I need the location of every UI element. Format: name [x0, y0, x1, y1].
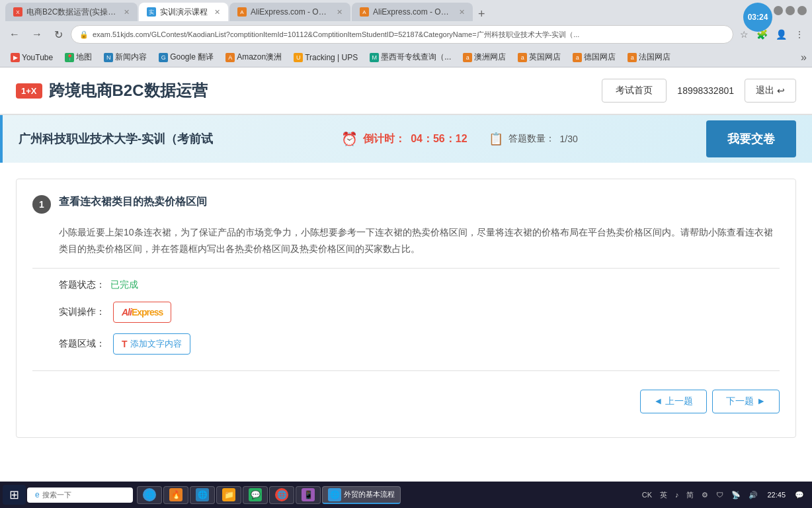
taskbar-item-app[interactable]: 📱 — [296, 486, 321, 504]
bookmark-map[interactable]: 📍 地图 — [60, 50, 97, 65]
bookmark-mexico[interactable]: M 墨西哥专线查询（... — [364, 50, 456, 65]
back-button[interactable]: ← — [5, 26, 24, 43]
taskbar-edge-icon: 🌐 — [196, 488, 209, 501]
sys-ck: CK — [639, 489, 655, 500]
count-label: 答题数量： — [508, 133, 555, 145]
logo-badge: 1+X — [16, 83, 42, 99]
profile-button[interactable]: 👤 — [773, 28, 790, 41]
browser-content: 1+X 跨境电商B2C数据运营 考试首页 18998332801 退出 ↩ 广州… — [0, 67, 812, 508]
notification-btn[interactable]: 💬 — [792, 489, 807, 501]
sys-volume: 🔊 — [746, 489, 760, 501]
minimize-button[interactable] — [774, 6, 783, 15]
tab-1-close[interactable]: ✕ — [124, 8, 130, 17]
bookmark-de[interactable]: a 德国网店 — [567, 50, 621, 65]
action-label: 实训操作： — [59, 306, 105, 318]
ups-icon: U — [294, 53, 303, 62]
status-value: 已完成 — [110, 279, 138, 291]
bookmark-translate[interactable]: G Google 翻译 — [153, 50, 219, 65]
taskbar-active-item[interactable]: 🌐 外贸的基本流程 — [322, 486, 401, 504]
bookmark-news[interactable]: N 新闻内容 — [99, 50, 152, 65]
taskbar-item-wechat[interactable]: 💬 — [243, 486, 268, 504]
bookmark-youtube[interactable]: ▶ YouTube — [5, 51, 58, 64]
tab-2-close[interactable]: ✕ — [214, 8, 220, 17]
submit-button[interactable]: 我要交卷 — [706, 120, 796, 157]
lock-icon: 🔒 — [79, 30, 89, 39]
title-bar: X 电商B2C数据运营(实操)考点 ... ✕ 实 实训演示课程 ✕ A Ali… — [0, 0, 812, 21]
taskbar-search[interactable]: e 搜索一下 — [27, 487, 133, 503]
home-button[interactable]: 考试首页 — [602, 79, 667, 103]
sys-input: 简 — [684, 489, 696, 501]
reload-button[interactable]: ↻ — [50, 26, 67, 44]
sys-antivirus: 🛡 — [713, 489, 726, 500]
sys-settings[interactable]: ⚙ — [699, 489, 711, 501]
bookmark-ups-label: Tracking | UPS — [305, 53, 358, 62]
exam-title: 广州科技职业技术大学-实训（考前试 — [19, 131, 213, 147]
start-button[interactable]: ⊞ — [3, 485, 26, 505]
exam-count: 📋 答题数量： 1/30 — [489, 132, 578, 146]
bookmarks-more-button[interactable]: » — [801, 52, 807, 64]
bookmark-fr[interactable]: a 法国网店 — [622, 50, 676, 65]
question-title: 查看连衣裙类目的热卖价格区间 — [59, 195, 207, 209]
bookmark-translate-label: Google 翻译 — [170, 52, 214, 63]
timer-value: 04：56：12 — [411, 132, 467, 146]
tab-3[interactable]: A AliExpress.com - Online Shop... ✕ — [229, 3, 350, 21]
tab-3-close[interactable]: ✕ — [337, 8, 343, 17]
address-input-container[interactable]: 🔒 exam.51kjds.com/GLContest/KaodianList?… — [71, 25, 733, 44]
question-status: 答题状态： 已完成 — [32, 279, 780, 291]
bookmark-ups[interactable]: U Tracking | UPS — [288, 51, 363, 64]
taskbar-item-files[interactable]: 📁 — [216, 486, 241, 504]
tab-2-favicon: 实 — [147, 7, 156, 17]
taskbar-search-text: 搜索一下 — [42, 490, 71, 500]
clock-time: 22:45 — [767, 491, 786, 499]
bookmark-au-label: 澳洲网店 — [474, 52, 506, 63]
sys-network: 📡 — [729, 489, 743, 501]
tab-group: X 电商B2C数据运营(实操)考点 ... ✕ 实 实训演示课程 ✕ A Ali… — [5, 0, 771, 21]
next-question-button[interactable]: 下一题 ► — [712, 390, 780, 413]
answer-label: 答题区域： — [59, 338, 105, 350]
amazon-icon: A — [225, 53, 235, 62]
tab-1[interactable]: X 电商B2C数据运营(实操)考点 ... ✕ — [5, 3, 138, 21]
taskbar-item-browser[interactable]: 🌐 — [137, 486, 162, 504]
address-actions: ☆ 🧩 👤 ⋮ — [737, 28, 807, 41]
add-text-button[interactable]: T 添加文字内容 — [113, 333, 190, 355]
divider-2 — [32, 370, 780, 371]
bookmark-star-button[interactable]: ☆ — [737, 28, 751, 41]
bookmark-news-label: 新闻内容 — [115, 52, 147, 63]
aliexpress-button[interactable]: AliExpress — [113, 302, 171, 323]
maximize-button[interactable] — [786, 6, 795, 15]
question-header: 1 查看连衣裙类目的热卖价格区间 — [32, 195, 780, 214]
fr-icon: a — [628, 53, 637, 62]
user-id: 18998332801 — [677, 85, 734, 96]
tab-3-favicon: A — [237, 7, 247, 17]
tab-4-favicon: A — [360, 7, 369, 17]
close-button[interactable] — [797, 6, 807, 15]
timer-icon: ⏰ — [341, 131, 358, 147]
menu-button[interactable]: ⋮ — [792, 28, 807, 41]
window-controls — [774, 6, 807, 15]
news-icon: N — [104, 53, 113, 62]
bookmark-mexico-label: 墨西哥专线查询（... — [381, 52, 451, 63]
taskbar-item-chrome[interactable]: 🌐 — [269, 486, 294, 504]
taskbar-item-firefox[interactable]: 🔥 — [163, 486, 188, 504]
translate-icon: G — [159, 53, 168, 62]
question-area: 1 查看连衣裙类目的热卖价格区间 小陈最近要上架10条连衣裙，为了保证产品的市场… — [0, 163, 812, 454]
taskbar-item-edge[interactable]: 🌐 — [190, 486, 215, 504]
bookmark-amazon[interactable]: A Amazon澳洲 — [220, 50, 287, 65]
bookmark-uk[interactable]: a 英国网店 — [512, 50, 566, 65]
tab-2[interactable]: 实 实训演示课程 ✕ — [139, 3, 228, 21]
bookmark-au[interactable]: a 澳洲网店 — [458, 50, 511, 65]
logo-title: 跨境电商B2C数据运营 — [49, 80, 208, 101]
tab-4-close[interactable]: ✕ — [459, 8, 465, 17]
forward-button[interactable]: → — [28, 26, 46, 43]
tab-4-label: AliExpress.com - Online Shop... — [373, 7, 452, 17]
prev-question-button[interactable]: ◄ 上一题 — [640, 390, 708, 413]
new-tab-button[interactable]: + — [474, 7, 489, 21]
question-nav: ◄ 上一题 下一题 ► — [32, 382, 780, 421]
tab-2-label: 实训演示课程 — [160, 7, 208, 18]
taskbar-active-label: 外贸的基本流程 — [344, 489, 395, 499]
tab-4[interactable]: A AliExpress.com - Online Shop... ✕ — [352, 3, 473, 21]
taskbar-active-icon: 🌐 — [328, 488, 341, 501]
logout-button[interactable]: 退出 ↩ — [745, 79, 796, 103]
youtube-icon: ▶ — [11, 53, 20, 62]
ie-icon: e — [35, 490, 40, 499]
